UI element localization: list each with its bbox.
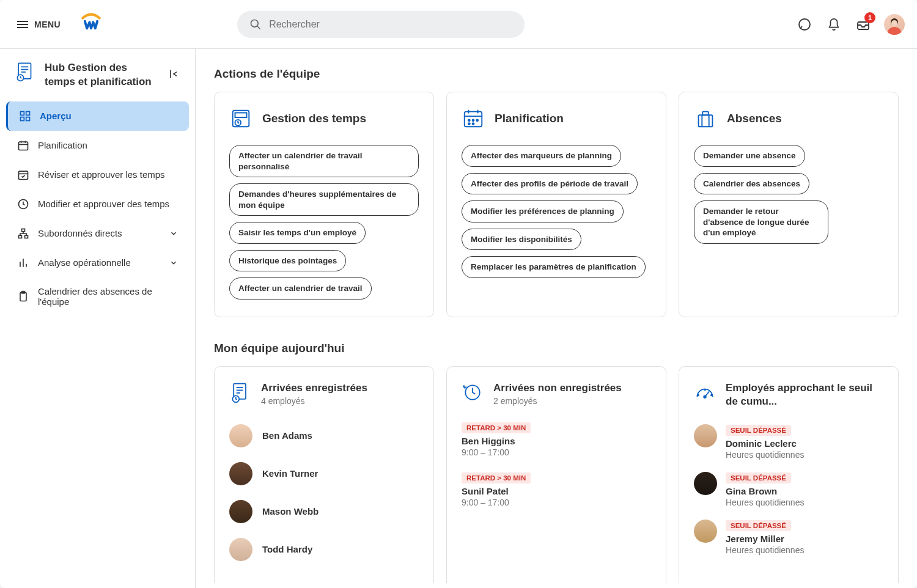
action-pill[interactable]: Affecter un calendrier de travail person… [229, 145, 419, 177]
avatar [229, 538, 252, 561]
search-icon [249, 18, 262, 31]
nav-analytics[interactable]: Analyse opérationnelle [6, 248, 189, 277]
svg-rect-3 [858, 22, 869, 29]
card-time-management: Gestion des temps Affecter un calendrier… [214, 92, 434, 317]
card-not-clocked: Arrivées non enregistrées 2 employés RET… [446, 366, 666, 583]
nav-team-calendar[interactable]: Calendrier des absences de l'équipe [6, 277, 189, 315]
chevron-down-icon [169, 229, 178, 238]
notifications-button[interactable] [825, 16, 842, 33]
late-entry[interactable]: RETARD > 30 MIN Sunil Patel 9:00 – 17:00 [462, 467, 651, 517]
entry-sub: Heures quotidiennes [726, 545, 804, 555]
svg-line-1 [257, 26, 260, 29]
card-title: Planification [495, 112, 564, 125]
user-avatar[interactable] [884, 14, 905, 35]
svg-point-43 [473, 123, 474, 125]
team-card-sub: 4 employés [261, 396, 367, 406]
nav-label: Modifier et approuver des temps [38, 199, 169, 209]
search-input[interactable] [269, 19, 512, 30]
section-team-today-title: Mon équipe aujourd'hui [214, 342, 899, 355]
hub-title-text: Hub Gestion des temps et planification [45, 61, 159, 89]
calendar-icon [17, 139, 29, 152]
action-pill[interactable]: Modifier les disponibilités [462, 229, 581, 251]
action-pill[interactable]: Demander le retour d'absence de longue d… [694, 200, 828, 244]
action-pill[interactable]: Affecter un calendrier de travail [229, 277, 372, 300]
threshold-entry[interactable]: SEUIL DÉPASSÉ Dominic Leclerc Heures quo… [694, 419, 883, 467]
card-clocked-in: Arrivées enregistrées 4 employés Ben Ada… [214, 366, 434, 583]
team-card-title: Employés approchant le seuil de cumu... [726, 381, 883, 408]
inbox-button[interactable]: 1 [855, 16, 872, 33]
svg-point-55 [704, 395, 706, 398]
person-name: Kevin Turner [262, 468, 318, 479]
action-pill[interactable]: Demander une absence [694, 145, 805, 167]
person-name: Ben Adams [262, 430, 312, 441]
team-card-title: Arrivées non enregistrées [493, 381, 622, 395]
hub-title: Hub Gestion des temps et planification [6, 61, 189, 101]
svg-rect-33 [235, 113, 247, 118]
nav-planning[interactable]: Planification [6, 131, 189, 160]
card-absences: Absences Demander une absence Calendrier… [679, 92, 899, 317]
action-pill[interactable]: Affecter des profils de période de trava… [462, 173, 638, 195]
person-row[interactable]: Mason Webb [229, 493, 419, 531]
person-row[interactable]: Todd Hardy [229, 531, 419, 568]
nav-overview[interactable]: Aperçu [6, 101, 189, 131]
avatar [694, 520, 717, 543]
nav-review-time[interactable]: Réviser et approuver les temps [6, 160, 189, 189]
nav-label: Analyse opérationnelle [38, 257, 131, 268]
action-pill[interactable]: Calendrier des absences [694, 173, 809, 195]
action-pill[interactable]: Saisir les temps d'un employé [229, 222, 366, 244]
nav-label: Réviser et approuver les temps [38, 169, 165, 180]
nav-direct-reports[interactable]: Subordonnés directs [6, 219, 189, 248]
time-mgmt-icon [229, 107, 252, 130]
menu-button[interactable]: MENU [12, 15, 65, 34]
svg-rect-25 [19, 235, 22, 238]
svg-point-57 [711, 394, 712, 395]
person-row[interactable]: Kevin Turner [229, 455, 419, 493]
svg-point-56 [698, 394, 699, 395]
entry-time: 9:00 – 17:00 [462, 447, 651, 457]
entry-sub: Heures quotidiennes [726, 450, 804, 460]
entry-name: Gina Brown [726, 486, 804, 496]
threshold-entry[interactable]: SEUIL DÉPASSÉ Gina Brown Heures quotidie… [694, 467, 883, 515]
calendar-check-icon [17, 169, 29, 181]
svg-point-0 [251, 20, 259, 27]
action-pill[interactable]: Modifier les préférences de planning [462, 200, 624, 222]
card-threshold: Employés approchant le seuil de cumu... … [679, 366, 899, 583]
card-title: Gestion des temps [262, 112, 366, 125]
workday-logo[interactable] [81, 13, 101, 36]
nav-modify-time[interactable]: Modifier et approuver des temps [6, 189, 189, 219]
not-clocked-icon [462, 381, 484, 403]
hamburger-icon [17, 21, 28, 28]
svg-point-41 [476, 119, 478, 121]
svg-point-42 [468, 123, 470, 125]
svg-rect-14 [26, 111, 30, 115]
svg-rect-26 [25, 235, 28, 238]
hub-icon [15, 61, 36, 82]
clocked-in-icon [229, 381, 251, 403]
action-pill[interactable]: Remplacer les paramètres de planificatio… [462, 256, 646, 278]
action-pill[interactable]: Historique des pointages [229, 250, 346, 272]
late-tag: RETARD > 30 MIN [462, 422, 531, 433]
threshold-entry[interactable]: SEUIL DÉPASSÉ Jeremy Miller Heures quoti… [694, 515, 883, 562]
nav-label: Aperçu [40, 111, 72, 121]
person-row[interactable]: Ben Adams [229, 417, 419, 455]
gauge-icon [694, 381, 716, 403]
clock-icon [17, 198, 29, 210]
chat-icon [797, 17, 812, 32]
assistant-button[interactable] [796, 16, 813, 33]
entry-name: Sunil Patel [462, 486, 651, 496]
threshold-tag: SEUIL DÉPASSÉ [726, 520, 791, 531]
suitcase-icon [694, 107, 717, 130]
action-pill[interactable]: Affecter des marqueurs de planning [462, 145, 621, 167]
collapse-sidebar-button[interactable] [168, 68, 180, 83]
topbar: MENU 1 [0, 0, 917, 49]
threshold-tag: SEUIL DÉPASSÉ [726, 472, 791, 483]
action-pill[interactable]: Demandes d'heures supplémentaires de mon… [229, 183, 419, 216]
avatar [694, 472, 717, 495]
search-bar[interactable] [237, 11, 525, 38]
late-entry[interactable]: RETARD > 30 MIN Ben Higgins 9:00 – 17:00 [462, 417, 651, 467]
team-card-sub: 2 employés [493, 396, 622, 406]
entry-name: Jeremy Miller [726, 534, 804, 544]
schedule-icon [462, 107, 485, 130]
svg-point-40 [473, 119, 474, 121]
card-title: Absences [727, 112, 782, 125]
